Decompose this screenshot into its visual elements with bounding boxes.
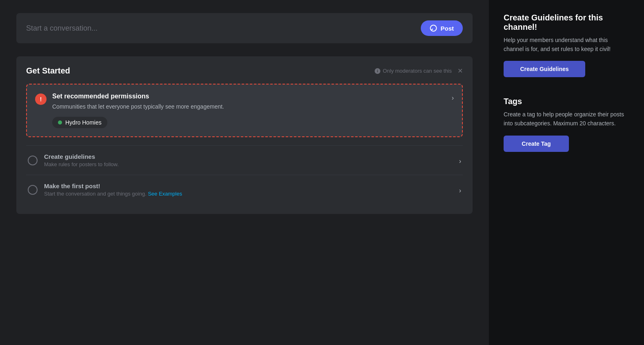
chevron-right-icon-guidelines: ›: [459, 158, 461, 165]
get-started-section: Get Started i Only moderators can see th…: [16, 56, 473, 214]
checklist-item-guidelines-left: Create guidelines Make rules for posters…: [28, 153, 119, 167]
checklist-item-post[interactable]: Make the first post! Start the conversat…: [26, 175, 463, 204]
checklist-item-post-left: Make the first post! Start the conversat…: [28, 183, 182, 197]
post-button-label: Post: [440, 25, 454, 32]
checklist-post-text: Make the first post! Start the conversat…: [44, 183, 182, 197]
tags-title: Tags: [504, 97, 629, 106]
page-layout: Start a conversation... Post Get Started…: [0, 0, 644, 345]
chevron-right-icon: ›: [452, 94, 454, 102]
conversation-bar: Start a conversation... Post: [16, 13, 473, 43]
checklist-guidelines-text: Create guidelines Make rules for posters…: [44, 153, 119, 167]
guidelines-description: Help your members understand what this c…: [504, 36, 629, 53]
checkbox-post: [28, 185, 38, 195]
left-panel: Start a conversation... Post Get Started…: [0, 0, 489, 345]
alert-icon: !: [35, 93, 47, 105]
checklist-post-sub-text: Start the conversation and get things go…: [44, 191, 148, 197]
community-name: Hydro Homies: [65, 119, 102, 126]
moderator-notice: i Only moderators can see this ✕: [375, 67, 463, 75]
guidelines-section: Create Guidelines for this channel! Help…: [504, 13, 629, 77]
guidelines-title: Create Guidelines for this channel!: [504, 13, 629, 32]
bubble-icon: [430, 24, 437, 32]
right-panel: Create Guidelines for this channel! Help…: [489, 0, 644, 345]
checklist-guidelines-title: Create guidelines: [44, 153, 119, 160]
post-button[interactable]: Post: [421, 20, 463, 36]
checklist-guidelines-sub: Make rules for posters to follow.: [44, 161, 119, 167]
checklist-post-title: Make the first post!: [44, 183, 182, 189]
checklist-post-sub: Start the conversation and get things go…: [44, 191, 182, 197]
see-examples-link[interactable]: See Examples: [148, 191, 182, 197]
checklist-item-guidelines[interactable]: Create guidelines Make rules for posters…: [26, 145, 463, 175]
chevron-right-icon-post: ›: [459, 187, 461, 194]
checkbox-guidelines: [28, 156, 38, 165]
community-tag: Hydro Homies: [52, 117, 107, 128]
get-started-header: Get Started i Only moderators can see th…: [26, 66, 463, 76]
create-tag-button[interactable]: Create Tag: [504, 136, 569, 152]
permission-card-left: ! Set recommended permissions Communitie…: [35, 93, 224, 128]
permission-text: Set recommended permissions Communities …: [52, 93, 224, 128]
permission-title: Set recommended permissions: [52, 93, 224, 100]
permission-card-inner: ! Set recommended permissions Communitie…: [35, 93, 454, 128]
svg-point-0: [431, 25, 437, 31]
close-icon[interactable]: ✕: [457, 67, 463, 75]
create-guidelines-button[interactable]: Create Guidelines: [504, 61, 585, 77]
permission-description: Communities that let everyone post typic…: [52, 102, 224, 111]
tags-section: Tags Create a tag to help people organiz…: [504, 97, 629, 151]
get-started-title: Get Started: [26, 66, 70, 76]
tags-description: Create a tag to help people organize the…: [504, 110, 629, 128]
permission-card[interactable]: ! Set recommended permissions Communitie…: [26, 84, 463, 137]
moderator-notice-text: Only moderators can see this: [383, 68, 452, 74]
conversation-placeholder: Start a conversation...: [26, 24, 98, 33]
info-icon: i: [375, 68, 380, 74]
tag-dot: [58, 120, 62, 125]
